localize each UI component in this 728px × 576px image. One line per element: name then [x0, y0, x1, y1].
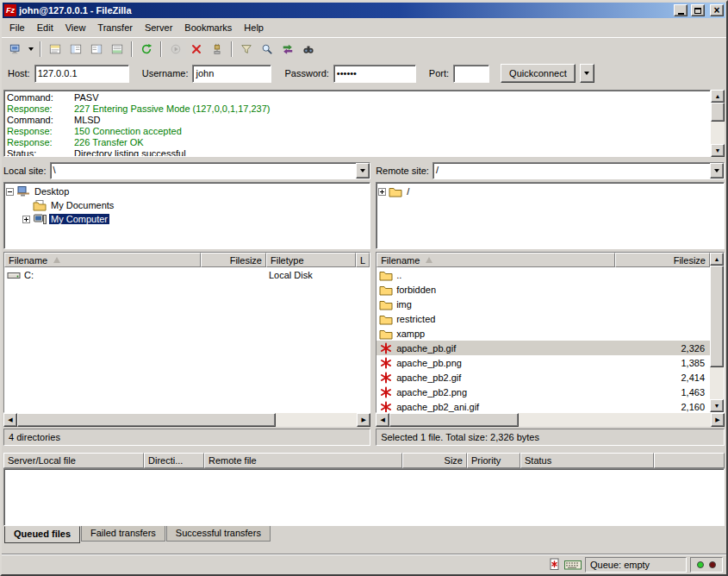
- scroll-left-icon[interactable]: [376, 413, 389, 427]
- refresh-button[interactable]: [136, 40, 157, 59]
- tab-queued-files[interactable]: Queued files: [4, 526, 80, 543]
- close-icon: [713, 6, 719, 15]
- column-header-size[interactable]: Size: [402, 453, 467, 468]
- filesize-text: 2,160: [681, 402, 705, 412]
- username-input[interactable]: [192, 65, 271, 83]
- scrollbar-track[interactable]: [276, 413, 357, 427]
- file-row-selected[interactable]: apache_pb.gif 2,326: [376, 341, 710, 355]
- toggle-remote-tree-button[interactable]: [86, 40, 107, 59]
- column-header-filename[interactable]: Filename: [376, 253, 615, 267]
- menu-server[interactable]: Server: [139, 20, 178, 35]
- column-header-remote-file[interactable]: Remote file: [204, 453, 402, 468]
- tree-item-root[interactable]: /: [378, 185, 722, 198]
- file-row[interactable]: apache_pb2.png 1,463: [376, 385, 710, 399]
- log-scrollbar[interactable]: [711, 90, 725, 157]
- menu-view[interactable]: View: [59, 20, 92, 35]
- file-row[interactable]: apache_pb2_ani.gif 2,160: [376, 399, 710, 412]
- tab-failed-transfers[interactable]: Failed transfers: [81, 526, 165, 542]
- column-header-filesize[interactable]: Filesize: [615, 253, 710, 267]
- filter-button[interactable]: [236, 40, 257, 59]
- scrollbar-thumb[interactable]: [17, 413, 276, 427]
- chevron-down-icon[interactable]: [356, 163, 370, 178]
- file-row[interactable]: apache_pb2.gif 2,414: [376, 370, 710, 385]
- file-row[interactable]: forbidden: [376, 282, 710, 297]
- column-header-status[interactable]: Status: [520, 453, 654, 468]
- scroll-right-icon[interactable]: [357, 413, 370, 427]
- scrollbar-thumb[interactable]: [710, 266, 724, 367]
- column-header-label: Directi...: [148, 455, 183, 466]
- scroll-right-icon[interactable]: [711, 413, 725, 427]
- find-files-button[interactable]: [298, 40, 319, 59]
- column-header-filetype[interactable]: Filetype: [266, 253, 356, 267]
- file-row[interactable]: img: [376, 297, 710, 311]
- remote-site-combobox[interactable]: /: [432, 162, 725, 179]
- file-row[interactable]: ..: [376, 267, 710, 282]
- local-list-body[interactable]: C: Local Disk: [4, 267, 370, 412]
- scrollbar-track[interactable]: [711, 122, 725, 144]
- chevron-down-icon[interactable]: [710, 163, 724, 178]
- expand-icon[interactable]: [378, 188, 386, 196]
- host-input[interactable]: [34, 65, 129, 83]
- toggle-local-tree-button[interactable]: [65, 40, 86, 59]
- scroll-up-icon[interactable]: [710, 253, 724, 266]
- local-tree[interactable]: Desktop My Documents My Computer: [3, 182, 370, 249]
- file-row-c-drive[interactable]: C: Local Disk: [4, 267, 370, 282]
- file-row[interactable]: restricted: [376, 311, 710, 326]
- close-button[interactable]: [710, 4, 724, 16]
- tree-item-desktop[interactable]: Desktop: [6, 185, 368, 198]
- tab-successful-transfers[interactable]: Successful transfers: [166, 526, 271, 542]
- column-header-direction[interactable]: Directi...: [144, 453, 204, 468]
- remote-list-body[interactable]: .. forbidden img restricted: [376, 267, 710, 412]
- cancel-button[interactable]: [186, 40, 207, 59]
- quickconnect-dropdown-button[interactable]: [580, 64, 594, 83]
- column-header-filesize[interactable]: Filesize: [201, 253, 266, 267]
- disconnect-button[interactable]: [207, 40, 227, 59]
- toggle-log-button[interactable]: [45, 40, 65, 59]
- file-row[interactable]: xampp: [376, 326, 710, 341]
- local-site-combobox[interactable]: \: [50, 162, 371, 179]
- transfer-type-icon[interactable]: [550, 558, 561, 571]
- synchronized-browsing-button[interactable]: [277, 40, 298, 59]
- menu-edit[interactable]: Edit: [31, 20, 59, 35]
- scroll-up-icon[interactable]: [711, 90, 725, 103]
- maximize-button[interactable]: [691, 4, 705, 16]
- file-row[interactable]: apache_pb.png 1,385: [376, 355, 710, 370]
- scrollbar-track[interactable]: [519, 413, 711, 427]
- tree-item-my-computer[interactable]: My Computer: [6, 212, 368, 226]
- remote-horizontal-scrollbar[interactable]: [376, 413, 725, 427]
- site-manager-dropdown-button[interactable]: [26, 40, 36, 59]
- scroll-down-icon[interactable]: [710, 399, 724, 412]
- log-line-text: PASV: [74, 92, 99, 103]
- remote-tree[interactable]: /: [376, 182, 725, 249]
- scroll-left-icon[interactable]: [3, 413, 17, 427]
- tree-item-my-documents[interactable]: My Documents: [6, 198, 368, 212]
- menu-transfer[interactable]: Transfer: [91, 20, 139, 35]
- column-header-priority[interactable]: Priority: [467, 453, 520, 468]
- title-bar[interactable]: john@127.0.0.1 - FileZilla: [3, 3, 725, 18]
- remote-vertical-scrollbar[interactable]: [710, 253, 724, 412]
- directory-comparison-button[interactable]: [257, 40, 277, 59]
- toggle-queue-button[interactable]: [107, 40, 128, 59]
- menu-file[interactable]: File: [3, 20, 31, 35]
- process-queue-button[interactable]: [165, 40, 186, 59]
- menu-help[interactable]: Help: [238, 20, 270, 35]
- local-horizontal-scrollbar[interactable]: [3, 413, 370, 427]
- expand-icon[interactable]: [22, 216, 30, 223]
- minimize-button[interactable]: [674, 4, 688, 16]
- port-input[interactable]: [453, 65, 489, 83]
- scrollbar-thumb[interactable]: [711, 103, 725, 122]
- site-manager-button[interactable]: [5, 40, 26, 59]
- column-header-filename[interactable]: Filename: [4, 253, 201, 267]
- collapse-icon[interactable]: [6, 188, 14, 196]
- menu-bar: File Edit View Transfer Server Bookmarks…: [2, 18, 726, 37]
- queue-body[interactable]: [3, 468, 725, 526]
- password-input[interactable]: [333, 65, 416, 83]
- quickconnect-button[interactable]: Quickconnect: [501, 64, 576, 83]
- scroll-down-icon[interactable]: [711, 144, 725, 157]
- column-header-last-modified[interactable]: L: [356, 253, 370, 267]
- scrollbar-track[interactable]: [710, 367, 724, 399]
- scrollbar-thumb[interactable]: [389, 413, 519, 427]
- keyboard-encoding-icon[interactable]: [564, 559, 582, 571]
- menu-bookmarks[interactable]: Bookmarks: [178, 20, 238, 35]
- column-header-server-local-file[interactable]: Server/Local file: [3, 453, 144, 468]
